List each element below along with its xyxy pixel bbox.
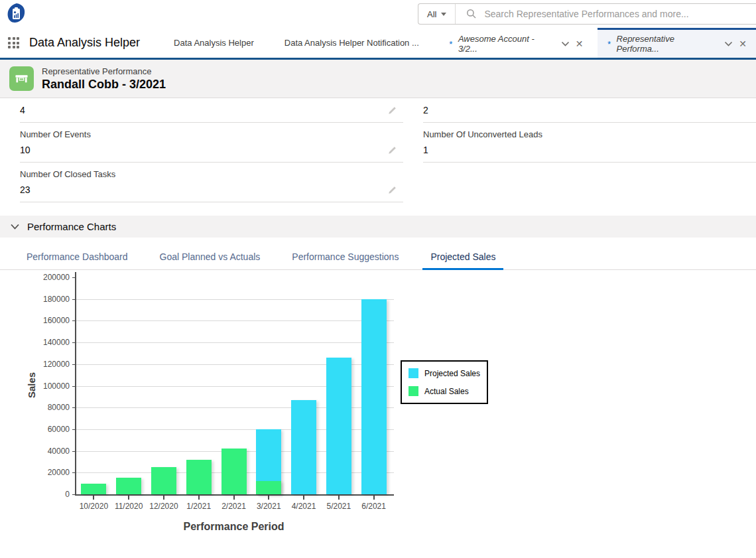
x-tick [338, 496, 340, 500]
field-label: Number Of Unconverted Leads [423, 125, 756, 143]
y-tick-label: 40000 [30, 447, 70, 456]
workspace-tab-awesome-account[interactable]: * Awesome Account - 3/2... ✕ [440, 28, 593, 58]
x-tick-label: 2/2021 [214, 502, 254, 511]
close-icon[interactable]: ✕ [739, 39, 747, 48]
field-value: 10 [20, 143, 403, 157]
tab-projected-sales[interactable]: Projected Sales [422, 245, 503, 269]
legend-swatch-icon [409, 368, 418, 378]
record-header: Representative Performance Randall Cobb … [0, 60, 756, 98]
x-tick-label: 5/2021 [319, 502, 359, 511]
x-tick [93, 496, 94, 500]
field-row: Number Of Closed Tasks 23 [20, 163, 403, 202]
bar-projected-sales [291, 400, 316, 494]
field-row-empty [423, 163, 756, 193]
bar-actual-sales [81, 484, 106, 494]
search-placeholder: Search Representative Performances and m… [484, 9, 688, 19]
legend-label: Actual Sales [424, 387, 469, 396]
legend-label: Projected Sales [424, 369, 480, 378]
bar-actual-sales [221, 449, 247, 494]
bar-actual-sales [186, 460, 212, 494]
field-value: 23 [20, 182, 403, 197]
y-axis [75, 272, 76, 496]
tab-performance-suggestions[interactable]: Performance Suggestions [284, 245, 407, 269]
projected-sales-chart: 0200004000060000800001000001200001400001… [23, 270, 534, 549]
tab-goal-planned-vs-actuals[interactable]: Goal Planned vs Actuals [152, 245, 269, 269]
edit-pencil-icon[interactable] [387, 186, 397, 197]
field-value: 4 [20, 103, 403, 117]
bar-projected-sales [326, 358, 351, 494]
record-object-label: Representative Performance [42, 66, 166, 76]
app-logo-icon [5, 3, 27, 25]
search-scope-label: All [427, 9, 436, 19]
x-tick-label: 6/2021 [354, 502, 394, 511]
legend-item: Projected Sales [409, 368, 480, 378]
bar-actual-sales [151, 467, 176, 494]
search-input[interactable]: Search Representative Performances and m… [456, 9, 756, 19]
field-row: Number Of Unconverted Leads 1 [423, 123, 756, 163]
bar-actual-sales [256, 481, 281, 494]
x-tick [303, 496, 304, 500]
gridline [76, 299, 394, 300]
app-launcher-icon[interactable] [8, 37, 19, 48]
chevron-down-icon [441, 13, 446, 16]
edit-pencil-icon[interactable] [387, 146, 397, 157]
y-tick-label: 20000 [30, 468, 70, 477]
section-title: Performance Charts [27, 221, 116, 232]
bar-projected-sales [361, 299, 387, 494]
y-tick-label: 0 [30, 490, 70, 499]
field-label: Number Of Closed Tasks [20, 165, 403, 182]
search-scope-dropdown[interactable]: All [418, 4, 456, 24]
x-tick [268, 496, 269, 500]
x-tick-label: 1/2021 [179, 502, 219, 511]
app-name: Data Analysis Helper [29, 36, 140, 50]
unsaved-marker: * [449, 39, 452, 49]
record-title: Randall Cobb - 3/2021 [42, 78, 166, 92]
record-object-icon [9, 66, 34, 91]
record-detail-fields: 4 Number Of Events 10 Number Of Closed T… [0, 98, 756, 202]
desk-icon [14, 71, 29, 86]
nav-tab-data-analysis-helper[interactable]: Data Analysis Helper [158, 38, 269, 48]
x-tick-label: 3/2021 [249, 502, 288, 511]
y-tick-label: 140000 [30, 338, 70, 347]
workspace-tab-label: Awesome Account - 3/2... [458, 34, 555, 54]
field-label: Number Of Events [20, 125, 403, 143]
chevron-down-icon[interactable] [561, 40, 570, 47]
x-axis [75, 494, 394, 496]
chart-legend: Projected SalesActual Sales [401, 360, 488, 404]
legend-swatch-icon [409, 386, 418, 396]
section-performance-charts[interactable]: Performance Charts [0, 216, 756, 238]
y-tick-label: 160000 [30, 316, 70, 325]
chevron-down-icon [10, 223, 20, 230]
x-tick-label: 11/2020 [109, 502, 149, 511]
field-value: 1 [423, 143, 756, 157]
x-tick [128, 496, 129, 500]
field-row: 4 [20, 101, 403, 123]
chart-tabs: Performance Dashboard Goal Planned vs Ac… [0, 245, 756, 270]
fields-left-column: 4 Number Of Events 10 Number Of Closed T… [20, 101, 403, 202]
chevron-down-icon[interactable] [724, 40, 733, 47]
gridline [76, 342, 394, 343]
fields-right-column: 2 Number Of Unconverted Leads 1 [423, 101, 756, 202]
nav-tab-notification[interactable]: Data Analysis Helper Notification ... [269, 38, 434, 48]
legend-item: Actual Sales [409, 386, 480, 396]
y-tick-label: 60000 [30, 425, 70, 434]
bar-actual-sales [116, 478, 141, 494]
unsaved-marker: * [607, 39, 610, 49]
close-icon[interactable]: ✕ [576, 39, 584, 48]
x-tick [233, 496, 235, 500]
x-axis-title: Performance Period [155, 521, 314, 533]
workspace-tab-representative-performance[interactable]: * Representative Performa... ✕ [598, 28, 756, 58]
workspace-tab-label: Representative Performa... [617, 34, 719, 54]
x-tick-label: 10/2020 [74, 502, 113, 511]
edit-pencil-icon[interactable] [387, 106, 397, 117]
x-tick-label: 12/2020 [144, 502, 184, 511]
global-search: All Search Representative Performances a… [418, 3, 756, 25]
field-row: Number Of Events 10 [20, 123, 403, 163]
y-tick-label: 180000 [30, 295, 70, 304]
x-tick [198, 496, 200, 500]
field-row: 2 [423, 101, 756, 123]
y-tick-label: 200000 [30, 273, 70, 282]
tab-performance-dashboard[interactable]: Performance Dashboard [19, 245, 136, 269]
x-tick [373, 496, 375, 500]
y-axis-title: Sales [26, 365, 37, 405]
